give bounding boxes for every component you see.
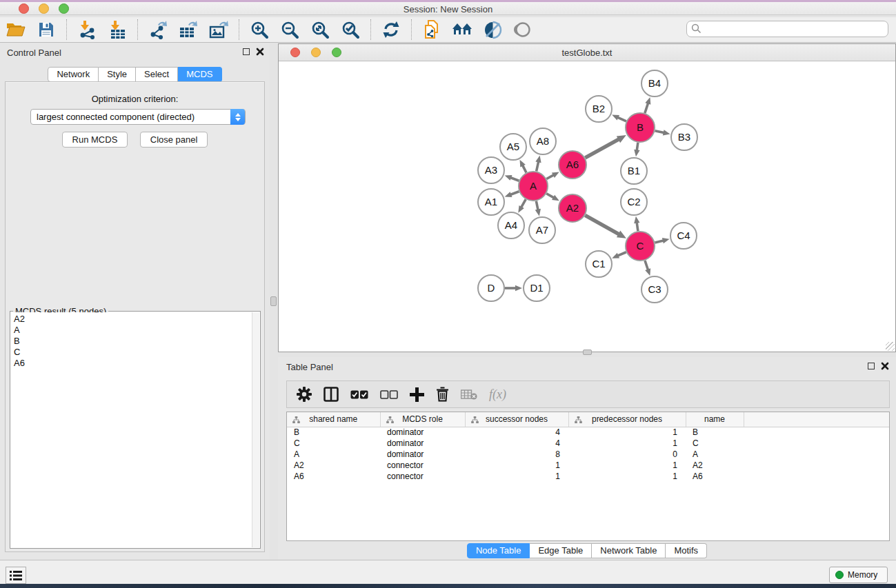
select-all-checkboxes-icon[interactable] (350, 390, 368, 399)
graph-edge-A6-B[interactable] (585, 139, 619, 157)
graph-edge-B-B3[interactable] (655, 131, 664, 133)
delete-table-icon[interactable] (461, 389, 477, 401)
copy-network-icon[interactable] (421, 19, 442, 40)
tab-select[interactable]: Select (136, 67, 178, 82)
table-cell[interactable]: connector (380, 460, 465, 471)
graph-edge-A2-C[interactable] (585, 215, 619, 234)
tab-node-table[interactable]: Node Table (467, 543, 530, 558)
graph-edge-C-C2[interactable] (637, 222, 638, 231)
table-row[interactable]: Bdominator41B (287, 427, 890, 438)
graph-edge-C-C4[interactable] (655, 241, 664, 243)
table-row[interactable]: A6connector11A6 (287, 471, 890, 482)
graph-edge-C-C3[interactable] (645, 261, 648, 271)
close-panel-button[interactable]: Close panel (140, 132, 208, 148)
table-cell[interactable]: C (287, 438, 380, 449)
add-column-icon[interactable] (410, 387, 424, 402)
select-stepper-icon[interactable] (230, 109, 245, 125)
export-table-icon[interactable] (178, 19, 199, 40)
zoom-out-icon[interactable] (279, 19, 300, 40)
zoom-selected-icon[interactable] (340, 19, 361, 40)
table-cell[interactable]: A6 (686, 471, 744, 482)
table-cell[interactable]: A6 (287, 471, 380, 482)
export-image-icon[interactable] (208, 19, 229, 40)
table-cell[interactable]: 1 (465, 460, 568, 471)
network-canvas[interactable]: B4B2BB3A8A5A6A3B1AA1C2A2A4A7C4CC1C3DD1 (279, 61, 895, 352)
table-cell[interactable]: B (287, 427, 380, 438)
tab-edge-table[interactable]: Edge Table (530, 543, 592, 558)
tab-style[interactable]: Style (99, 67, 136, 82)
table-cell[interactable]: A2 (686, 460, 744, 471)
column-header-mcds-role[interactable]: MCDS role (380, 412, 465, 427)
float-table-panel-icon[interactable] (868, 363, 875, 369)
tab-network-table[interactable]: Network Table (592, 543, 666, 558)
memory-button[interactable]: Memory (829, 567, 888, 583)
table-cell[interactable]: A (287, 449, 380, 460)
close-table-panel-icon[interactable] (881, 362, 889, 370)
table-cell[interactable]: B (686, 427, 744, 438)
mcds-result-item[interactable]: C (11, 347, 252, 358)
optimization-criterion-select[interactable]: largest connected component (directed) (30, 109, 246, 125)
network-window-titlebar[interactable]: testGlobe.txt (279, 44, 895, 61)
table-cell[interactable]: 1 (568, 471, 686, 482)
hide-details-icon[interactable] (482, 19, 503, 40)
table-cell[interactable]: 1 (465, 471, 568, 482)
horizontal-scrollbar-thumb[interactable] (583, 349, 592, 355)
table-cell[interactable]: 8 (465, 449, 568, 460)
table-cell[interactable]: dominator (380, 438, 465, 449)
tab-mcds[interactable]: MCDS (178, 67, 221, 82)
table-cell[interactable]: dominator (380, 449, 465, 460)
graph-edge-B-B2[interactable] (617, 117, 626, 121)
table-cell[interactable]: 1 (568, 438, 686, 449)
table-cell[interactable]: dominator (380, 427, 465, 438)
graph-edge-C-C1[interactable] (617, 252, 626, 256)
mcds-result-item[interactable]: B (11, 336, 252, 347)
column-header-name[interactable]: name (686, 412, 744, 427)
table-row[interactable]: Adominator80A (287, 449, 890, 460)
graph-edge-A-A8[interactable] (537, 161, 539, 171)
houses-icon[interactable] (452, 19, 472, 40)
tab-motifs[interactable]: Motifs (666, 543, 707, 558)
import-table-icon[interactable] (107, 19, 128, 40)
function-builder-icon[interactable]: f(x) (489, 387, 506, 402)
vertical-scrollbar-thumb[interactable] (270, 296, 277, 306)
save-icon[interactable] (36, 19, 57, 40)
tab-network[interactable]: Network (48, 67, 99, 82)
window-resize-grip[interactable] (886, 342, 895, 351)
table-cell[interactable]: 1 (568, 460, 686, 471)
table-row[interactable]: A2connector11A2 (287, 460, 890, 471)
table-cell[interactable]: 4 (465, 438, 568, 449)
delete-column-icon[interactable] (436, 387, 449, 402)
mcds-result-scrollbar[interactable] (252, 312, 259, 547)
table-row[interactable]: Cdominator41C (287, 438, 890, 449)
graph-edge-A-A2[interactable] (546, 194, 555, 199)
table-cell[interactable]: 1 (568, 427, 686, 438)
column-header-shared-name[interactable]: shared name (287, 412, 380, 427)
zoom-fit-icon[interactable] (310, 19, 330, 40)
table-cell[interactable]: connector (380, 471, 465, 482)
bird-eye-view-icon[interactable] (512, 19, 533, 40)
run-mcds-button[interactable]: Run MCDS (62, 132, 128, 148)
refresh-layout-icon[interactable] (381, 19, 401, 40)
export-network-icon[interactable] (148, 19, 168, 40)
table-cell[interactable]: 4 (465, 427, 568, 438)
task-history-button[interactable] (6, 567, 26, 584)
mcds-result-item[interactable]: A (11, 325, 252, 336)
table-cell[interactable]: A2 (287, 460, 380, 471)
graph-edge-A-A4[interactable] (521, 199, 526, 208)
zoom-in-icon[interactable] (249, 19, 270, 40)
gear-icon[interactable] (297, 387, 312, 402)
table-cell[interactable]: 0 (568, 449, 686, 460)
column-header-predecessor-nodes[interactable]: predecessor nodes (568, 412, 686, 427)
import-network-icon[interactable] (77, 19, 97, 40)
table-cell[interactable]: C (686, 438, 744, 449)
mcds-result-item[interactable]: A6 (11, 358, 252, 369)
graph-edge-A-A3[interactable] (510, 177, 519, 181)
graph-edge-A-A7[interactable] (536, 201, 538, 211)
split-columns-icon[interactable] (323, 387, 339, 402)
graph-edge-B-B4[interactable] (645, 103, 648, 114)
mcds-result-item[interactable]: A2 (11, 314, 252, 325)
close-panel-icon[interactable] (256, 48, 264, 56)
graph-edge-A-A1[interactable] (510, 192, 519, 195)
float-panel-icon[interactable] (243, 48, 250, 55)
table-cell[interactable]: A (686, 449, 744, 460)
